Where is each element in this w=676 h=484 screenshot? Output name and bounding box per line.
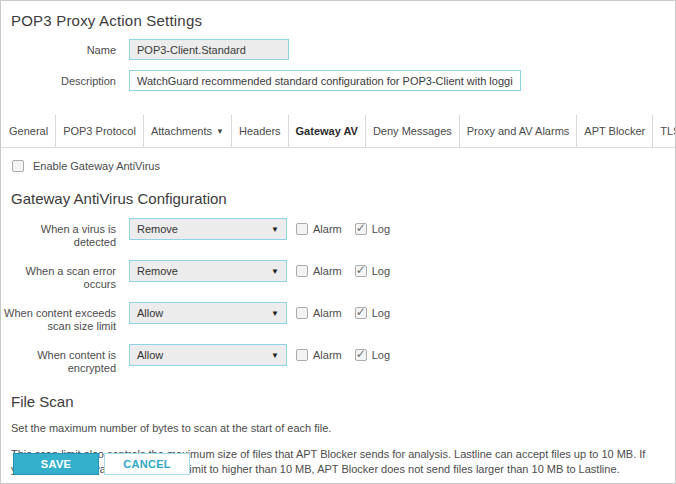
alarm-option: Alarm — [296, 344, 342, 361]
alarm-checkbox[interactable] — [296, 307, 308, 319]
content-encrypted-label: When content is encrypted — [1, 344, 129, 375]
settings-tabbar: General POP3 Protocol Attachments▼ Heade… — [1, 115, 675, 148]
content-exceeds-label: When content exceeds scan size limit — [1, 302, 129, 333]
log-checkbox[interactable] — [355, 307, 367, 319]
content-exceeds-select[interactable]: Allow ▼ — [129, 302, 287, 324]
dropdown-arrow-icon: ▼ — [271, 309, 279, 318]
enable-antivirus-checkbox[interactable] — [12, 160, 24, 172]
name-input[interactable] — [129, 39, 289, 60]
dropdown-arrow-icon: ▼ — [271, 351, 279, 360]
log-option: Log — [355, 260, 390, 277]
tab-deny-messages[interactable]: Deny Messages — [366, 115, 460, 147]
log-checkbox[interactable] — [355, 265, 367, 277]
tab-headers[interactable]: Headers — [232, 115, 289, 147]
alarm-option: Alarm — [296, 302, 342, 319]
alarm-checkbox[interactable] — [296, 223, 308, 235]
dropdown-arrow-icon: ▼ — [271, 267, 279, 276]
alarm-checkbox[interactable] — [296, 265, 308, 277]
content-encrypted-select[interactable]: Allow ▼ — [129, 344, 287, 366]
tab-attachments[interactable]: Attachments▼ — [144, 115, 232, 147]
name-label: Name — [1, 39, 129, 57]
virus-detected-label: When a virus is detected — [1, 218, 129, 249]
tab-general[interactable]: General — [2, 115, 56, 147]
log-label: Log — [372, 265, 390, 277]
gateway-antivirus-config-heading: Gateway AntiVirus Configuration — [11, 190, 675, 207]
name-row: Name — [1, 39, 675, 60]
caret-down-icon: ▼ — [216, 127, 224, 136]
log-option: Log — [355, 218, 390, 235]
log-checkbox[interactable] — [355, 349, 367, 361]
scan-error-select[interactable]: Remove ▼ — [129, 260, 287, 282]
log-label: Log — [372, 223, 390, 235]
dropdown-arrow-icon: ▼ — [271, 225, 279, 234]
alarm-label: Alarm — [313, 223, 342, 235]
content-encrypted-row: When content is encrypted Allow ▼ Alarm … — [1, 344, 675, 375]
description-row: Description — [1, 70, 675, 91]
scan-error-label: When a scan error occurs — [1, 260, 129, 291]
save-button[interactable]: SAVE — [13, 453, 99, 475]
tab-proxy-and-av-alarms[interactable]: Proxy and AV Alarms — [460, 115, 578, 147]
file-scan-heading: File Scan — [11, 393, 675, 410]
description-input[interactable] — [129, 70, 521, 91]
log-checkbox[interactable] — [355, 223, 367, 235]
alarm-label: Alarm — [313, 349, 342, 361]
description-label: Description — [1, 70, 129, 88]
content-exceeds-row: When content exceeds scan size limit All… — [1, 302, 675, 333]
log-option: Log — [355, 302, 390, 319]
page-title: POP3 Proxy Action Settings — [11, 12, 675, 29]
tab-pop3-protocol[interactable]: POP3 Protocol — [56, 115, 144, 147]
cancel-button[interactable]: CANCEL — [104, 453, 190, 475]
proxy-action-settings-page: POP3 Proxy Action Settings Name Descript… — [0, 0, 676, 484]
virus-detected-select[interactable]: Remove ▼ — [129, 218, 287, 240]
tab-gateway-av[interactable]: Gateway AV — [289, 115, 366, 147]
alarm-label: Alarm — [313, 307, 342, 319]
alarm-option: Alarm — [296, 218, 342, 235]
file-scan-intro: Set the maximum number of bytes to scan … — [11, 421, 663, 436]
tab-apt-blocker[interactable]: APT Blocker — [577, 115, 653, 147]
action-buttons: SAVE CANCEL — [13, 453, 190, 475]
alarm-option: Alarm — [296, 260, 342, 277]
log-label: Log — [372, 349, 390, 361]
enable-antivirus-row: Enable Gateway AntiVirus — [12, 160, 675, 172]
log-option: Log — [355, 344, 390, 361]
scan-error-row: When a scan error occurs Remove ▼ Alarm … — [1, 260, 675, 291]
log-label: Log — [372, 307, 390, 319]
virus-detected-row: When a virus is detected Remove ▼ Alarm … — [1, 218, 675, 249]
enable-antivirus-label: Enable Gateway AntiVirus — [33, 160, 160, 172]
alarm-label: Alarm — [313, 265, 342, 277]
alarm-checkbox[interactable] — [296, 349, 308, 361]
tab-tls[interactable]: TLS — [653, 115, 676, 147]
